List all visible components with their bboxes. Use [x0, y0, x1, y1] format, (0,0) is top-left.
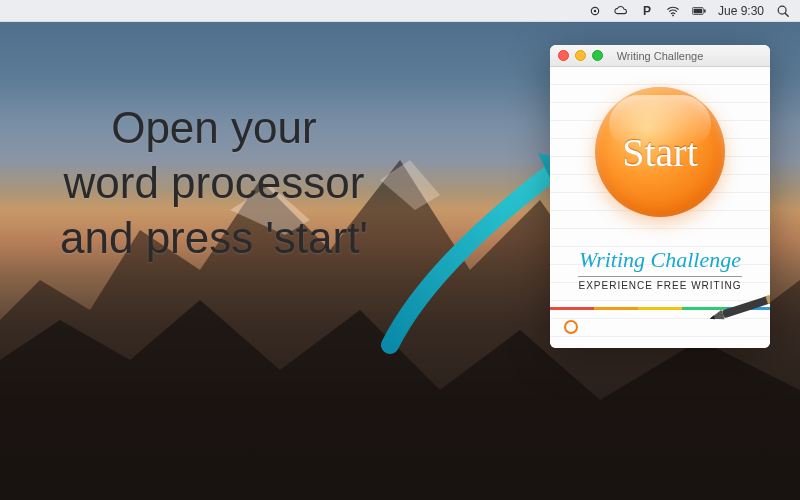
app-tagline: EXPERIENCE FREE WRITING — [578, 276, 741, 291]
menubar: P Jue 9:30 — [0, 0, 800, 22]
instruction-line-2: word processor — [60, 155, 368, 210]
svg-rect-4 — [704, 9, 706, 12]
battery-icon[interactable] — [692, 4, 706, 18]
fullscreen-icon[interactable] — [592, 50, 603, 61]
svg-rect-8 — [722, 295, 770, 318]
svg-rect-5 — [694, 8, 703, 13]
record-icon[interactable] — [564, 320, 578, 334]
cloud-icon[interactable] — [614, 4, 628, 18]
app-name: Writing Challenge — [562, 247, 758, 273]
window-titlebar[interactable]: Writing Challenge — [550, 45, 770, 67]
svg-line-7 — [785, 13, 788, 16]
start-button[interactable]: Start — [595, 87, 725, 217]
instruction-text: Open your word processor and press 'star… — [60, 100, 368, 265]
menubar-clock[interactable]: Jue 9:30 — [718, 4, 764, 18]
minimize-icon[interactable] — [575, 50, 586, 61]
writing-challenge-window: Writing Challenge Start Writing Challeng… — [550, 45, 770, 348]
search-icon[interactable] — [776, 4, 790, 18]
svg-point-1 — [594, 9, 596, 11]
instruction-line-1: Open your — [60, 100, 368, 155]
wifi-icon[interactable] — [666, 4, 680, 18]
p-icon[interactable]: P — [640, 4, 654, 18]
close-icon[interactable] — [558, 50, 569, 61]
start-button-label: Start — [622, 129, 698, 176]
settings-gear-icon[interactable] — [588, 4, 602, 18]
instruction-line-3: and press 'start' — [60, 210, 368, 265]
svg-point-2 — [672, 14, 674, 16]
